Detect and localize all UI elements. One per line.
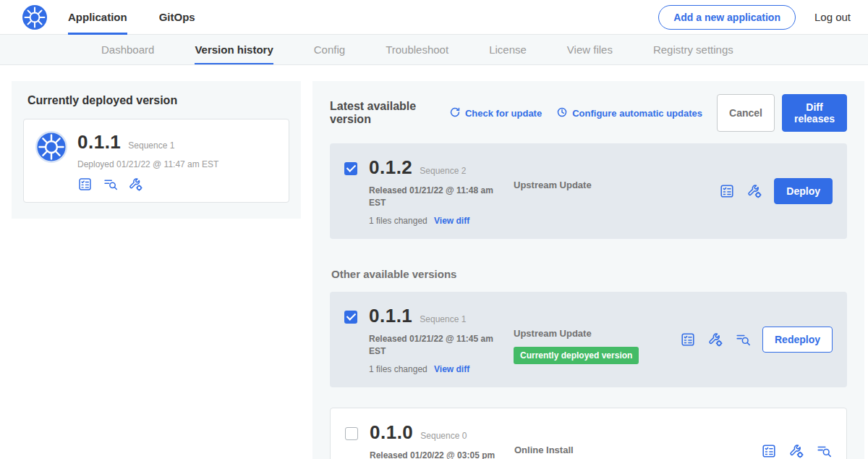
deploy-logs-icon[interactable] bbox=[103, 177, 118, 192]
cancel-button[interactable]: Cancel bbox=[717, 94, 775, 132]
version-checkbox[interactable] bbox=[345, 427, 358, 440]
version-history-panel: Latest available version Check for updat… bbox=[312, 81, 864, 459]
subnav-dashboard[interactable]: Dashboard bbox=[101, 35, 154, 64]
version-row-0-1-1: 0.1.1 Sequence 1 Released 01/21/22 @ 11:… bbox=[330, 292, 847, 387]
files-changed-line: 1 files changed View diff bbox=[369, 216, 514, 226]
deployed-version-number: 0.1.1 bbox=[77, 131, 121, 153]
version-source: Upstream Update Currently deployed versi… bbox=[514, 305, 680, 364]
redeploy-button[interactable]: Redeploy bbox=[762, 327, 833, 353]
release-notes-icon[interactable] bbox=[77, 177, 93, 192]
kubernetes-logo-icon bbox=[22, 4, 48, 30]
edit-config-icon[interactable] bbox=[128, 177, 143, 192]
edit-config-icon[interactable] bbox=[707, 332, 723, 348]
version-source: Online Install Previously deployed bbox=[514, 421, 681, 459]
version-checkbox[interactable] bbox=[344, 311, 357, 324]
version-released: Released 01/21/22 @ 11:48 am EST bbox=[369, 185, 499, 210]
version-info: 0.1.0 Sequence 0 Released 01/20/22 @ 03:… bbox=[370, 421, 514, 459]
subnav-view-files[interactable]: View files bbox=[567, 35, 613, 64]
version-number: 0.1.2 bbox=[369, 156, 412, 179]
view-diff-link[interactable]: View diff bbox=[434, 364, 469, 374]
deployed-timestamp: Deployed 01/21/22 @ 11:47 am EST bbox=[77, 159, 218, 169]
main-content: Currently deployed version 0.1.1 Sequenc… bbox=[0, 65, 868, 459]
currently-deployed-card: Currently deployed version 0.1.1 Sequenc… bbox=[12, 81, 301, 219]
deploy-logs-icon[interactable] bbox=[735, 332, 751, 348]
version-source: Upstream Update bbox=[514, 156, 680, 191]
app-kubernetes-icon bbox=[35, 131, 67, 163]
subnav-registry-settings[interactable]: Registry settings bbox=[653, 35, 733, 64]
files-changed: 1 files changed bbox=[369, 216, 427, 226]
currently-deployed-badge: Currently deployed version bbox=[514, 347, 639, 364]
version-checkbox[interactable] bbox=[344, 162, 357, 175]
deployed-version-info: 0.1.1 Sequence 1 Deployed 01/21/22 @ 11:… bbox=[77, 131, 218, 192]
currently-deployed-title: Currently deployed version bbox=[27, 94, 289, 107]
subnav-config[interactable]: Config bbox=[314, 35, 345, 64]
source-label: Upstream Update bbox=[514, 180, 592, 190]
configure-automatic-updates-label: Configure automatic updates bbox=[572, 108, 702, 119]
row-actions: Redeploy bbox=[680, 327, 833, 353]
version-row-0-1-0: 0.1.0 Sequence 0 Released 01/20/22 @ 03:… bbox=[330, 408, 847, 459]
latest-available-header: Latest available version Check for updat… bbox=[330, 94, 847, 132]
release-notes-icon[interactable] bbox=[719, 183, 735, 199]
files-changed: 1 files changed bbox=[369, 364, 427, 374]
deploy-logs-icon[interactable] bbox=[816, 443, 832, 459]
view-diff-link[interactable]: View diff bbox=[434, 216, 469, 226]
source-label: Online Install bbox=[514, 445, 574, 455]
tab-gitops[interactable]: GitOps bbox=[159, 0, 195, 35]
deployed-version-card: 0.1.1 Sequence 1 Deployed 01/21/22 @ 11:… bbox=[23, 119, 289, 203]
release-notes-icon[interactable] bbox=[680, 332, 696, 348]
version-sequence: Sequence 2 bbox=[420, 166, 466, 176]
subnav-license[interactable]: License bbox=[489, 35, 527, 64]
version-number: 0.1.1 bbox=[369, 305, 412, 327]
tab-application[interactable]: Application bbox=[68, 0, 127, 35]
other-versions-title: Other available versions bbox=[331, 268, 847, 280]
version-info: 0.1.2 Sequence 2 Released 01/21/22 @ 11:… bbox=[369, 156, 514, 226]
version-info: 0.1.1 Sequence 1 Released 01/21/22 @ 11:… bbox=[369, 305, 514, 374]
subnav-troubleshoot[interactable]: Troubleshoot bbox=[386, 35, 448, 64]
version-released: Released 01/21/22 @ 11:45 am EST bbox=[369, 333, 499, 358]
version-released: Released 01/20/22 @ 03:05 pm EST bbox=[370, 450, 500, 459]
source-label: Upstream Update bbox=[514, 328, 592, 339]
files-changed-line: 1 files changed View diff bbox=[369, 364, 514, 374]
subnav-version-history[interactable]: Version history bbox=[195, 35, 273, 64]
schedule-clock-icon bbox=[556, 106, 568, 120]
version-row-0-1-2: 0.1.2 Sequence 2 Released 01/21/22 @ 11:… bbox=[330, 143, 847, 239]
row-actions bbox=[761, 443, 832, 459]
version-number: 0.1.0 bbox=[370, 421, 413, 444]
version-sequence: Sequence 1 bbox=[420, 314, 466, 324]
topbar-right: Add a new application Log out bbox=[658, 5, 851, 30]
app-sub-nav: Dashboard Version history Config Trouble… bbox=[0, 35, 868, 65]
configure-automatic-updates-link[interactable]: Configure automatic updates bbox=[556, 106, 702, 120]
top-nav: Application GitOps bbox=[68, 0, 227, 35]
check-for-update-label: Check for update bbox=[465, 108, 542, 119]
row-actions: Deploy bbox=[719, 178, 833, 204]
edit-config-icon[interactable] bbox=[788, 443, 804, 459]
refresh-icon bbox=[449, 106, 461, 120]
check-for-update-link[interactable]: Check for update bbox=[449, 106, 542, 120]
add-application-button[interactable]: Add a new application bbox=[658, 5, 796, 30]
version-sequence: Sequence 0 bbox=[420, 431, 467, 441]
logout-link[interactable]: Log out bbox=[814, 11, 851, 23]
deploy-button[interactable]: Deploy bbox=[774, 178, 833, 204]
edit-config-icon[interactable] bbox=[746, 183, 762, 199]
deployed-icon-row bbox=[77, 177, 218, 192]
header-buttons: Cancel Diff releases bbox=[717, 94, 847, 132]
latest-available-title: Latest available version bbox=[330, 100, 438, 126]
deployed-sequence: Sequence 1 bbox=[128, 140, 174, 151]
top-bar: Application GitOps Add a new application… bbox=[0, 0, 868, 35]
release-notes-icon[interactable] bbox=[761, 443, 777, 459]
diff-releases-button[interactable]: Diff releases bbox=[782, 94, 847, 132]
